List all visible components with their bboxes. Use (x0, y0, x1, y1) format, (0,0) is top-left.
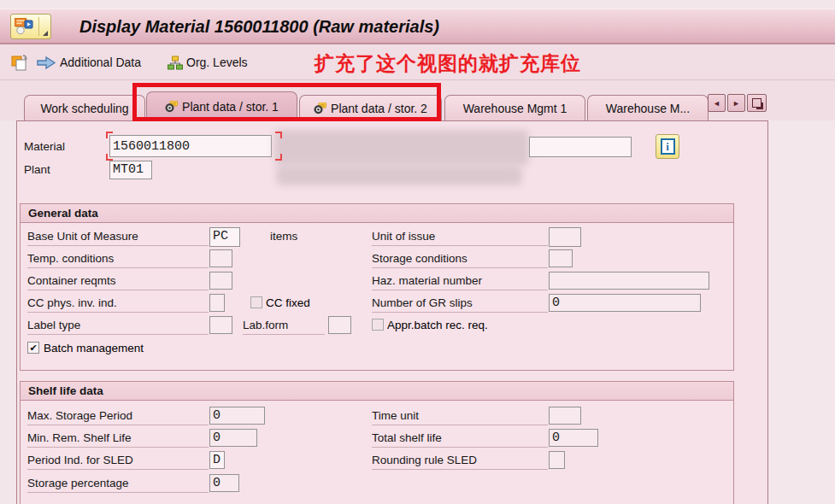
storage-wheel-icon (165, 101, 178, 113)
tab-label: Warehouse Mgmt 1 (463, 102, 567, 115)
cc-phys-inv-label: CC phys. inv. ind. (27, 296, 209, 313)
information-button[interactable]: i (656, 134, 679, 159)
appr-batch-checkbox[interactable] (372, 319, 384, 331)
material-input[interactable]: 1560011800 (109, 135, 272, 157)
org-levels-button[interactable]: Org. Levels (168, 44, 248, 80)
appr-batch-label: Appr.batch rec. req. (387, 319, 488, 331)
label-type-label: Label type (27, 318, 209, 335)
info-icon: i (661, 138, 675, 155)
tab-strip: Work scheduling Plant data / stor. 1 (0, 80, 835, 120)
max-storage-input[interactable]: 0 (209, 407, 265, 425)
window-right-margin (769, 120, 835, 504)
time-unit-label: Time unit (372, 408, 548, 425)
batch-management-label: Batch management (44, 342, 144, 355)
window-menu-button[interactable] (10, 14, 51, 39)
org-levels-label: Org. Levels (186, 56, 248, 69)
tab-content-pane: Material 1560011800 i Plant MT01 General… (16, 120, 768, 504)
storage-pct-input[interactable]: 0 (209, 474, 239, 492)
title-bar: Display Material 1560011800 (Raw materia… (0, 9, 835, 44)
unit-of-issue-input[interactable] (549, 227, 581, 247)
unit-of-issue-label: Unit of issue (372, 229, 548, 246)
min-rem-input[interactable]: 0 (209, 429, 257, 447)
blue-arrow-icon (36, 56, 56, 70)
material-description-input[interactable] (529, 137, 632, 157)
period-ind-input[interactable]: D (209, 451, 225, 469)
additional-data-label: Additional Data (60, 56, 141, 69)
redacted-material-description (274, 130, 529, 166)
general-data-header: General data (21, 204, 733, 223)
left-arrow-icon: ◄ (713, 99, 720, 108)
total-shelf-input[interactable]: 0 (549, 429, 598, 447)
storage-conditions-input[interactable] (549, 249, 573, 267)
tab-overview-icon (752, 98, 761, 108)
temp-conditions-input[interactable] (209, 249, 232, 267)
tab-plant-data-stor-2[interactable]: Plant data / stor. 2 (299, 95, 442, 120)
batch-management-checkbox[interactable]: ✔ (27, 342, 39, 354)
lab-form-input[interactable] (328, 316, 351, 334)
storage-pct-label: Storage percentage (27, 476, 209, 493)
tab-warehouse-mgmt-1[interactable]: Warehouse Mgmt 1 (444, 95, 585, 120)
page-title: Display Material 1560011800 (Raw materia… (79, 9, 439, 44)
base-unit-suffix: items (270, 229, 297, 246)
redacted-text-block (276, 166, 522, 185)
sap-window: Display Material 1560011800 (Raw materia… (0, 0, 835, 504)
additional-data-button[interactable]: Additional Data (36, 44, 141, 80)
plant-input[interactable]: MT01 (109, 161, 152, 179)
cc-fixed-checkbox[interactable] (250, 296, 262, 308)
gr-slips-label: Number of GR slips (372, 296, 548, 313)
org-chart-icon (168, 56, 183, 70)
tab-work-scheduling[interactable]: Work scheduling (24, 95, 145, 120)
gr-slips-input[interactable]: 0 (549, 294, 701, 312)
check-icon: ✔ (29, 343, 37, 353)
cc-phys-inv-input[interactable] (209, 294, 225, 312)
lab-form-label: Lab.form (243, 318, 325, 335)
dropdown-corner-icon (43, 31, 48, 36)
selection-corner-icon (275, 154, 282, 161)
storage-wheel-icon (314, 103, 326, 114)
button-divider (38, 17, 39, 36)
material-label: Material (24, 140, 65, 153)
plant-label: Plant (24, 163, 50, 176)
paste-icon (11, 53, 31, 73)
selection-corner-icon (275, 132, 282, 138)
tab-label: Warehouse M... (606, 102, 690, 115)
shelf-life-groupbox: Shelf life data Max. Storage Period 0 Ti… (20, 381, 734, 504)
max-storage-label: Max. Storage Period (27, 408, 209, 425)
container-reqmts-input[interactable] (209, 272, 232, 290)
base-unit-input[interactable]: PC (209, 227, 240, 247)
min-rem-label: Min. Rem. Shelf Life (27, 431, 209, 448)
tab-label: Plant data / stor. 2 (331, 102, 427, 115)
tab-label: Work scheduling (40, 102, 128, 115)
chat-bubbles-icon (15, 18, 37, 36)
red-annotation-text: 扩充了这个视图的就扩充库位 (315, 50, 581, 77)
temp-conditions-label: Temp. conditions (27, 251, 209, 268)
container-reqmts-label: Container reqmts (27, 273, 209, 290)
time-unit-input[interactable] (549, 407, 581, 425)
tab-plant-data-stor-1[interactable]: Plant data / stor. 1 (146, 91, 297, 120)
haz-material-label: Haz. material number (372, 273, 548, 290)
total-shelf-label: Total shelf life (372, 431, 548, 448)
tab-overview-button[interactable] (747, 94, 767, 112)
rounding-rule-input[interactable] (549, 451, 565, 469)
label-type-input[interactable] (209, 316, 232, 334)
base-unit-label: Base Unit of Measure (27, 229, 209, 246)
shelf-life-header: Shelf life data (21, 382, 733, 401)
general-data-groupbox: General data Base Unit of Measure PC ite… (20, 203, 734, 371)
haz-material-input[interactable] (549, 272, 709, 290)
tab-scroll-right-button[interactable]: ► (727, 94, 745, 112)
right-arrow-icon: ► (732, 99, 740, 108)
application-toolbar: Additional Data Org. Levels 扩充了这个视图的就扩充库… (0, 44, 835, 80)
storage-conditions-label: Storage conditions (372, 251, 548, 268)
tab-warehouse-mgmt-2[interactable]: Warehouse M... (587, 95, 709, 120)
selection-corner-icon (106, 154, 113, 161)
paste-button[interactable] (11, 44, 31, 80)
selection-corner-icon (106, 132, 113, 138)
cc-fixed-label: CC fixed (266, 296, 310, 309)
tab-label: Plant data / stor. 1 (182, 100, 279, 114)
period-ind-label: Period Ind. for SLED (27, 453, 209, 470)
rounding-rule-label: Rounding rule SLED (372, 453, 548, 470)
tab-scroll-left-button[interactable]: ◄ (708, 94, 726, 112)
